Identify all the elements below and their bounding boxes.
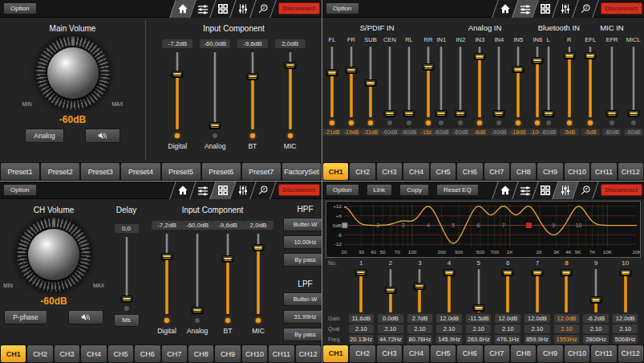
option-button[interactable]: Option	[3, 2, 37, 15]
slider-handle[interactable]	[502, 269, 514, 276]
eq-qval-value[interactable]: 2.10	[525, 324, 550, 333]
channel-tab-ch11[interactable]: CH11	[269, 345, 294, 362]
channel-tab-ch7[interactable]: CH7	[162, 345, 187, 362]
channel-tab-ch6[interactable]: CH6	[135, 345, 160, 362]
eq-gain-value[interactable]: 11.6dB	[349, 314, 375, 323]
slider-handle[interactable]	[444, 269, 456, 276]
preset-button-preset1[interactable]: Preset1	[1, 163, 39, 180]
main-volume-knob[interactable]	[36, 36, 110, 110]
eq-gain-value[interactable]: 12.0dB	[554, 314, 580, 323]
eq-qval-value[interactable]: 2.10	[349, 324, 375, 333]
slider-handle[interactable]	[355, 269, 367, 276]
channel-tab-ch4[interactable]: CH4	[403, 345, 428, 362]
eq-gain-value[interactable]: 2.7dB	[407, 314, 433, 323]
option-button[interactable]: Option	[3, 184, 37, 197]
channel-tab-ch2[interactable]: CH2	[350, 345, 375, 362]
input-gain-slider[interactable]	[171, 52, 184, 129]
channel-tab-ch1[interactable]: CH1	[323, 345, 348, 362]
eq-gain-value[interactable]: -11.5dB	[466, 314, 492, 323]
channel-tab-ch1[interactable]: CH1	[323, 163, 348, 180]
preset-button-preset6[interactable]: Preset6	[202, 163, 241, 180]
disconnect-button[interactable]: Disconnect	[601, 2, 642, 14]
slider-handle[interactable]	[161, 253, 173, 260]
input-gain-slider[interactable]	[221, 234, 234, 314]
eq-freq-value[interactable]: 80.78Hz	[407, 335, 433, 344]
input-fader[interactable]	[435, 47, 448, 117]
slider-handle[interactable]	[365, 80, 377, 87]
channel-tab-ch1[interactable]: CH1	[1, 345, 26, 362]
slider-handle[interactable]	[284, 62, 296, 69]
channel-tab-ch11[interactable]: CH11	[591, 163, 616, 180]
channel-tab-ch6[interactable]: CH6	[457, 163, 482, 180]
input-fader[interactable]	[422, 47, 435, 117]
slider-handle[interactable]	[493, 110, 505, 117]
channel-tab-ch5[interactable]: CH5	[431, 345, 456, 362]
preset-button-preset4[interactable]: Preset4	[121, 163, 160, 180]
channel-tab-ch11[interactable]: CH11	[591, 345, 616, 362]
slider-handle[interactable]	[384, 287, 396, 294]
eq-freq-value[interactable]: 263.6Hz	[466, 335, 492, 344]
eq-qval-value[interactable]: 2.10	[583, 324, 609, 333]
slider-handle[interactable]	[120, 296, 132, 303]
delay-slider[interactable]	[120, 237, 133, 303]
eq-qval-value[interactable]: 2.10	[613, 324, 638, 333]
preset-button-preset2[interactable]: Preset2	[41, 163, 79, 180]
channel-tab-ch9[interactable]: CH9	[537, 163, 562, 180]
input-fader[interactable]	[563, 47, 576, 117]
eq-band-slider[interactable]	[443, 269, 456, 312]
input-fader[interactable]	[403, 47, 415, 117]
channel-tab-ch3[interactable]: CH3	[377, 345, 402, 362]
channel-tab-ch12[interactable]: CH12	[618, 345, 643, 362]
eq-freq-value[interactable]: 476.1Hz	[495, 335, 520, 344]
input-gain-slider[interactable]	[209, 52, 221, 129]
eq-freq-value[interactable]: 44.72Hz	[378, 335, 403, 344]
slider-handle[interactable]	[561, 269, 573, 276]
eq-freq-value[interactable]: 20.13Hz	[349, 335, 375, 344]
hpf-type-button[interactable]: Butter-W	[283, 218, 322, 231]
input-fader[interactable]	[345, 47, 358, 117]
slider-handle[interactable]	[435, 110, 448, 117]
input-fader[interactable]	[627, 47, 640, 117]
eq-freq-value[interactable]: 859.9Hz	[525, 335, 550, 344]
slider-handle[interactable]	[563, 52, 575, 59]
channel-tab-ch9[interactable]: CH9	[215, 345, 240, 362]
input-fader[interactable]	[326, 47, 338, 117]
input-fader[interactable]	[542, 47, 555, 117]
eq-band-slider[interactable]	[531, 269, 544, 312]
preset-button-preset5[interactable]: Preset5	[162, 163, 200, 180]
slider-handle[interactable]	[590, 296, 602, 304]
option-button[interactable]: Option	[326, 184, 359, 197]
slider-handle[interactable]	[346, 67, 358, 74]
input-fader[interactable]	[454, 47, 467, 117]
slider-handle[interactable]	[172, 71, 184, 78]
slider-handle[interactable]	[474, 53, 486, 60]
input-gain-slider[interactable]	[191, 234, 204, 314]
eq-band-slider[interactable]	[384, 269, 397, 312]
eq-gain-value[interactable]: -6.2dB	[583, 314, 609, 323]
phase-button[interactable]: P-phase	[4, 310, 47, 324]
channel-tab-ch12[interactable]: CH12	[618, 163, 643, 180]
channel-tab-ch6[interactable]: CH6	[457, 345, 482, 362]
eq-band-slider[interactable]	[472, 269, 485, 312]
lpf-type-button[interactable]: Butter-W	[283, 292, 322, 306]
slider-handle[interactable]	[192, 307, 204, 314]
link-button[interactable]: Link	[367, 184, 393, 197]
mute-button[interactable]	[85, 128, 120, 143]
option-button[interactable]: Option	[326, 2, 359, 15]
eq-gain-value[interactable]: 12.0dB	[525, 314, 550, 323]
channel-tab-ch3[interactable]: CH3	[377, 163, 402, 180]
slider-handle[interactable]	[222, 255, 234, 263]
input-fader[interactable]	[584, 47, 597, 117]
slider-handle[interactable]	[253, 244, 265, 251]
hpf-freq-button[interactable]: 10.00Hz	[283, 235, 322, 249]
channel-tab-ch4[interactable]: CH4	[81, 345, 106, 362]
disconnect-button[interactable]: Disconnect	[601, 184, 642, 196]
slider-handle[interactable]	[606, 110, 618, 117]
eq-gain-value[interactable]: 12.0dB	[495, 314, 520, 323]
slider-handle[interactable]	[326, 69, 338, 76]
slider-handle[interactable]	[619, 269, 631, 276]
input-source-button[interactable]: Analog	[25, 128, 63, 143]
channel-tab-ch2[interactable]: CH2	[27, 345, 52, 362]
input-fader[interactable]	[512, 47, 525, 117]
eq-band-slider[interactable]	[354, 269, 367, 312]
